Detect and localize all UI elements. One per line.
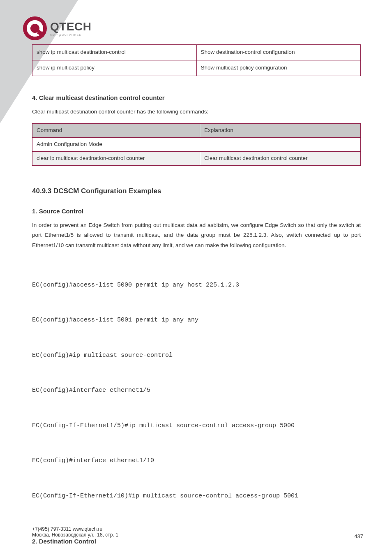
- code-line: EC(config)#interface ethernet1/10: [32, 455, 361, 467]
- table-row: show ip multicast policy Show multicast …: [32, 60, 361, 76]
- cmd-cell: clear ip multicast destination-control c…: [32, 151, 200, 165]
- clear-counter-table: Command Explanation Admin Configuration …: [32, 123, 361, 166]
- section-heading: 4. Clear multicast destination control c…: [32, 94, 361, 101]
- code-line: EC(config)#access-list 5001 permit ip an…: [32, 314, 361, 326]
- commands-table-continuation: show ip multicast destination-control Sh…: [32, 44, 361, 76]
- table-header-row: Command Explanation: [32, 124, 361, 138]
- brand-logo: QTECH МИР ДОСТУПНЕЕ: [23, 16, 92, 40]
- logo-text-wrap: QTECH МИР ДОСТУПНЕЕ: [50, 21, 92, 36]
- code-line: EC(config)#access-list 5000 permit ip an…: [32, 280, 361, 291]
- logo-tagline: МИР ДОСТУПНЕЕ: [50, 33, 92, 36]
- section-title: Clear multicast destination control coun…: [39, 94, 165, 101]
- cmd-cell: show ip multicast policy: [32, 60, 197, 76]
- code-line: EC(config)#interface ethernet1/5: [32, 385, 361, 397]
- page-content: show ip multicast destination-control Sh…: [32, 44, 361, 545]
- exp-cell: Show multicast policy configuration: [196, 60, 361, 76]
- exp-cell: Clear multicast destination control coun…: [200, 151, 361, 165]
- mode-row: Admin Configuration Mode: [32, 138, 361, 152]
- table-row: clear ip multicast destination-control c…: [32, 151, 361, 165]
- example-paragraph: In order to prevent an Edge Switch from …: [32, 220, 361, 250]
- q-icon-inner: [30, 24, 39, 33]
- section-intro: Clear multicast destination control coun…: [32, 107, 361, 117]
- col-header-command: Command: [32, 124, 200, 138]
- source-control-heading: 1. Source Control: [32, 208, 361, 215]
- cmd-cell: show ip multicast destination-control: [32, 45, 197, 60]
- table-row: Admin Configuration Mode: [32, 138, 361, 152]
- configuration-code: EC(config)#access-list 5000 permit ip an…: [32, 256, 361, 526]
- code-line: EC(config)#ip multicast source-control: [32, 350, 361, 362]
- col-header-explanation: Explanation: [200, 124, 361, 138]
- code-line: EC(Config-If-Ethernet1/10)#ip multicast …: [32, 490, 361, 502]
- exp-cell: Show destination-control configuration: [196, 45, 361, 60]
- section-number: 4.: [32, 94, 37, 101]
- destination-control-heading: 2. Destination Control: [32, 538, 361, 545]
- logo-brand-text: QTECH: [50, 21, 92, 32]
- q-icon: [23, 16, 47, 40]
- examples-heading: 40.9.3 DCSCM Configuration Examples: [32, 187, 361, 195]
- table-row: show ip multicast destination-control Sh…: [32, 45, 361, 60]
- code-line: EC(Config-If-Ethernet1/5)#ip multicast s…: [32, 420, 361, 432]
